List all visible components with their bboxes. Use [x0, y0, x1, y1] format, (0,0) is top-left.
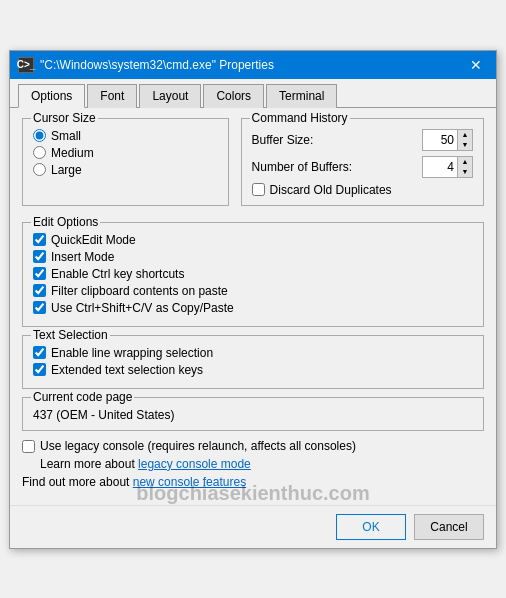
num-buffers-input[interactable]	[423, 157, 457, 177]
buffer-size-row: Buffer Size: ▲ ▼	[252, 129, 473, 151]
insert-mode-label: Insert Mode	[51, 250, 114, 264]
command-history-title: Command History	[250, 111, 350, 125]
main-window: C>_ "C:\Windows\system32\cmd.exe" Proper…	[9, 50, 497, 549]
tab-options[interactable]: Options	[18, 84, 85, 108]
radio-small-label: Small	[51, 129, 81, 143]
radio-medium-label: Medium	[51, 146, 94, 160]
quickedit-row: QuickEdit Mode	[33, 233, 473, 247]
insert-mode-row: Insert Mode	[33, 250, 473, 264]
radio-large: Large	[33, 163, 218, 177]
legacy-console-label: Use legacy console (requires relaunch, a…	[40, 439, 356, 453]
discard-duplicates-checkbox[interactable]	[252, 183, 265, 196]
discard-duplicates-row: Discard Old Duplicates	[252, 183, 473, 197]
radio-medium: Medium	[33, 146, 218, 160]
command-history-group: Command History Buffer Size: ▲ ▼	[241, 118, 484, 206]
edit-options-title: Edit Options	[31, 215, 100, 229]
top-sections: Cursor Size Small Medium Large	[22, 118, 484, 214]
insert-mode-checkbox[interactable]	[33, 250, 46, 263]
legacy-console-row: Use legacy console (requires relaunch, a…	[22, 439, 484, 453]
cursor-size-group: Cursor Size Small Medium Large	[22, 118, 229, 206]
text-selection-group: Text Selection Enable line wrapping sele…	[22, 335, 484, 389]
ctrl-shortcuts-label: Enable Ctrl key shortcuts	[51, 267, 184, 281]
ctrl-cv-label: Use Ctrl+Shift+C/V as Copy/Paste	[51, 301, 234, 315]
radio-small: Small	[33, 129, 218, 143]
radio-medium-input[interactable]	[33, 146, 46, 159]
ctrl-cv-row: Use Ctrl+Shift+C/V as Copy/Paste	[33, 301, 473, 315]
find-out-prefix: Find out more about	[22, 475, 133, 489]
close-button[interactable]: ✕	[464, 55, 488, 75]
content-area: Cursor Size Small Medium Large	[10, 108, 496, 505]
quickedit-checkbox[interactable]	[33, 233, 46, 246]
buffer-size-up-btn[interactable]: ▲	[458, 130, 472, 140]
code-page-group: Current code page 437 (OEM - United Stat…	[22, 397, 484, 431]
radio-large-input[interactable]	[33, 163, 46, 176]
buffer-size-spinner-btns: ▲ ▼	[457, 130, 472, 150]
extended-selection-row: Extended text selection keys	[33, 363, 473, 377]
num-buffers-up-btn[interactable]: ▲	[458, 157, 472, 167]
tab-bar: Options Font Layout Colors Terminal	[10, 79, 496, 108]
learn-more-prefix: Learn more about	[40, 457, 138, 471]
tab-layout[interactable]: Layout	[139, 84, 201, 108]
quickedit-label: QuickEdit Mode	[51, 233, 136, 247]
buffer-size-input[interactable]	[423, 130, 457, 150]
tab-font[interactable]: Font	[87, 84, 137, 108]
code-page-title: Current code page	[31, 390, 134, 404]
text-selection-content: Enable line wrapping selection Extended …	[33, 342, 473, 377]
line-wrap-checkbox[interactable]	[33, 346, 46, 359]
buffer-size-label: Buffer Size:	[252, 133, 414, 147]
extended-selection-label: Extended text selection keys	[51, 363, 203, 377]
cursor-size-title: Cursor Size	[31, 111, 98, 125]
num-buffers-spinner-btns: ▲ ▼	[457, 157, 472, 177]
window-title: "C:\Windows\system32\cmd.exe" Properties	[40, 58, 274, 72]
ctrl-shortcuts-checkbox[interactable]	[33, 267, 46, 280]
text-selection-title: Text Selection	[31, 328, 110, 342]
ctrl-shortcuts-row: Enable Ctrl key shortcuts	[33, 267, 473, 281]
find-out-row: Find out more about new console features	[22, 475, 484, 489]
line-wrap-row: Enable line wrapping selection	[33, 346, 473, 360]
buffer-size-spinner: ▲ ▼	[422, 129, 473, 151]
ok-button[interactable]: OK	[336, 514, 406, 540]
code-page-content: 437 (OEM - United States)	[33, 404, 473, 422]
cursor-size-options: Small Medium Large	[33, 125, 218, 177]
tab-terminal[interactable]: Terminal	[266, 84, 337, 108]
num-buffers-down-btn[interactable]: ▼	[458, 167, 472, 177]
extended-selection-checkbox[interactable]	[33, 363, 46, 376]
num-buffers-spinner: ▲ ▼	[422, 156, 473, 178]
legacy-console-checkbox[interactable]	[22, 440, 35, 453]
title-bar-left: C>_ "C:\Windows\system32\cmd.exe" Proper…	[18, 57, 274, 73]
learn-more-row: Learn more about legacy console mode	[40, 457, 484, 471]
edit-options-content: QuickEdit Mode Insert Mode Enable Ctrl k…	[33, 229, 473, 315]
radio-small-input[interactable]	[33, 129, 46, 142]
new-console-features-link[interactable]: new console features	[133, 475, 246, 489]
ctrl-cv-checkbox[interactable]	[33, 301, 46, 314]
footer: OK Cancel	[10, 505, 496, 548]
buffer-size-down-btn[interactable]: ▼	[458, 140, 472, 150]
filter-clipboard-row: Filter clipboard contents on paste	[33, 284, 473, 298]
line-wrap-label: Enable line wrapping selection	[51, 346, 213, 360]
tab-colors[interactable]: Colors	[203, 84, 264, 108]
edit-options-group: Edit Options QuickEdit Mode Insert Mode …	[22, 222, 484, 327]
num-buffers-row: Number of Buffers: ▲ ▼	[252, 156, 473, 178]
code-page-value: 437 (OEM - United States)	[33, 408, 174, 422]
filter-clipboard-checkbox[interactable]	[33, 284, 46, 297]
legacy-console-link[interactable]: legacy console mode	[138, 457, 251, 471]
filter-clipboard-label: Filter clipboard contents on paste	[51, 284, 228, 298]
num-buffers-label: Number of Buffers:	[252, 160, 414, 174]
bottom-section: Use legacy console (requires relaunch, a…	[22, 439, 484, 495]
title-bar: C>_ "C:\Windows\system32\cmd.exe" Proper…	[10, 51, 496, 79]
command-history-content: Buffer Size: ▲ ▼ Number of Buffers:	[252, 125, 473, 197]
cancel-button[interactable]: Cancel	[414, 514, 484, 540]
app-icon: C>_	[18, 57, 34, 73]
discard-duplicates-label: Discard Old Duplicates	[270, 183, 392, 197]
radio-large-label: Large	[51, 163, 82, 177]
